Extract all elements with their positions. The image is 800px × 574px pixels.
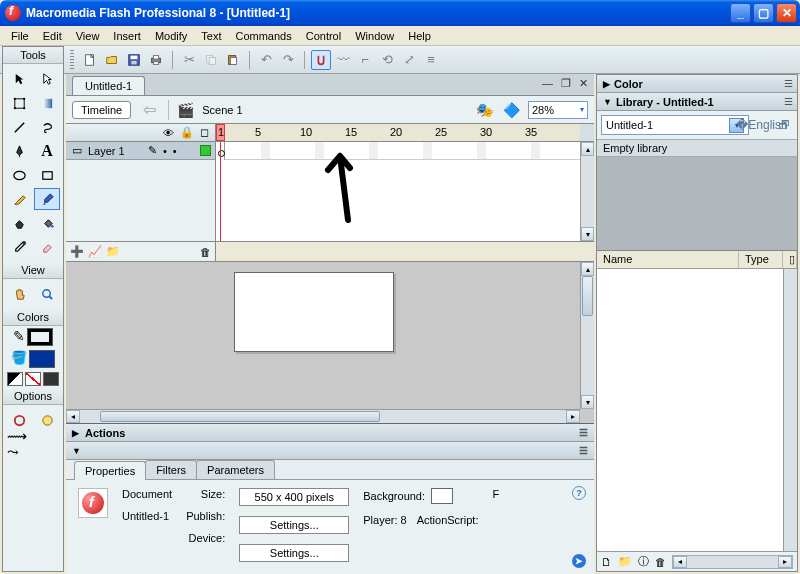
close-button[interactable]: ✕	[776, 3, 797, 23]
gradient-transform-tool[interactable]	[34, 92, 60, 114]
insert-folder-button[interactable]: 📁	[106, 245, 120, 258]
menu-view[interactable]: View	[69, 28, 107, 44]
tab-parameters[interactable]: Parameters	[196, 460, 275, 479]
size-button[interactable]: 550 x 400 pixels	[239, 488, 349, 506]
col-sort-icon[interactable]: ▯	[783, 251, 797, 268]
frames-area[interactable]	[216, 142, 594, 241]
edit-scene-button[interactable]: 🎭	[474, 102, 495, 118]
doc-minimize-icon[interactable]: —	[542, 77, 553, 90]
library-dropdown[interactable]: Untitled-1▾	[601, 115, 749, 135]
library-vscroll[interactable]	[783, 269, 797, 551]
menu-modify[interactable]: Modify	[148, 28, 194, 44]
color-panel-header[interactable]: ▶Color☰	[597, 75, 797, 93]
stroke-color[interactable]	[27, 328, 53, 346]
toolbar-gripper[interactable]	[70, 50, 74, 70]
help-icon[interactable]: ?	[572, 486, 586, 500]
menu-edit[interactable]: Edit	[36, 28, 69, 44]
brush-tool[interactable]	[34, 188, 60, 210]
insert-layer-button[interactable]: ➕	[70, 245, 84, 258]
snap-button[interactable]	[311, 50, 331, 70]
layer-name[interactable]: Layer 1	[88, 145, 125, 157]
menu-window[interactable]: Window	[348, 28, 401, 44]
scale-button[interactable]: ⤢	[399, 50, 419, 70]
swap-colors-button[interactable]	[43, 372, 59, 386]
ink-bottle-tool[interactable]	[6, 212, 32, 234]
edit-symbol-button[interactable]: 🔷	[501, 102, 522, 118]
new-folder-button[interactable]: 📁	[618, 555, 632, 568]
stage-vscroll[interactable]: ▴▾	[580, 262, 594, 409]
menu-file[interactable]: File	[4, 28, 36, 44]
publish-settings-button[interactable]: Settings...	[239, 516, 349, 534]
rectangle-tool[interactable]	[34, 164, 60, 186]
undo-button[interactable]: ↶	[256, 50, 276, 70]
library-list[interactable]	[597, 269, 797, 551]
fill-color[interactable]	[29, 350, 55, 368]
new-button[interactable]	[80, 50, 100, 70]
timeline-ruler[interactable]: 1 5 10 15 20 25 30 35	[216, 124, 594, 141]
pin-library-button[interactable]: �English	[753, 115, 771, 135]
oval-tool[interactable]	[6, 164, 32, 186]
stage-hscroll[interactable]: ◂▸	[66, 409, 580, 423]
subselection-tool[interactable]	[34, 68, 60, 90]
timeline-vscroll[interactable]: ▴▾	[580, 142, 594, 241]
actions-panel-header[interactable]: ▶Actions ☰	[66, 424, 594, 442]
text-tool[interactable]: A	[34, 140, 60, 162]
brush-lock-option[interactable]	[34, 409, 60, 431]
menu-insert[interactable]: Insert	[106, 28, 148, 44]
delete-button[interactable]: 🗑	[655, 556, 666, 568]
lasso-tool[interactable]	[34, 116, 60, 138]
menu-help[interactable]: Help	[401, 28, 438, 44]
stage-area[interactable]: ▴▾	[66, 262, 594, 409]
no-color-button[interactable]	[25, 372, 41, 386]
device-settings-button[interactable]: Settings...	[239, 544, 349, 562]
align-button[interactable]: ≡	[421, 50, 441, 70]
free-transform-tool[interactable]	[6, 92, 32, 114]
col-name[interactable]: Name	[597, 251, 739, 268]
menu-commands[interactable]: Commands	[228, 28, 298, 44]
insert-motion-guide-button[interactable]: 📈	[88, 245, 102, 258]
brush-size-option[interactable]: ⟿ ⤳	[6, 433, 32, 455]
zoom-dropdown[interactable]: 28%▾	[528, 101, 588, 119]
new-library-button[interactable]: 🗗	[775, 115, 793, 135]
pen-tool[interactable]	[6, 140, 32, 162]
menu-text[interactable]: Text	[194, 28, 228, 44]
background-swatch[interactable]	[431, 488, 453, 504]
copy-button[interactable]	[201, 50, 221, 70]
hand-tool[interactable]	[6, 283, 32, 305]
new-symbol-button[interactable]: 🗋	[601, 556, 612, 568]
layer-row[interactable]: ▭ Layer 1 ✎ ••	[66, 142, 215, 160]
timeline-button[interactable]: Timeline	[72, 101, 131, 119]
col-type[interactable]: Type	[739, 251, 783, 268]
doc-close-icon[interactable]: ✕	[579, 77, 588, 90]
document-tab[interactable]: Untitled-1	[72, 76, 145, 95]
outline-icon[interactable]: ◻	[200, 126, 209, 139]
properties-panel-header[interactable]: ▼ ☰	[66, 442, 594, 460]
line-tool[interactable]	[6, 116, 32, 138]
default-colors-button[interactable]	[7, 372, 23, 386]
paint-bucket-tool[interactable]	[34, 212, 60, 234]
cut-button[interactable]: ✂	[179, 50, 199, 70]
properties-button[interactable]: ⓘ	[638, 554, 649, 569]
layer-outline-swatch[interactable]	[200, 145, 211, 156]
maximize-button[interactable]: ▢	[753, 3, 774, 23]
library-panel-header[interactable]: ▼Library - Untitled-1☰	[597, 93, 797, 111]
menu-control[interactable]: Control	[299, 28, 348, 44]
minimize-button[interactable]: _	[730, 3, 751, 23]
save-button[interactable]	[124, 50, 144, 70]
rotate-button[interactable]: ⟲	[377, 50, 397, 70]
eyedropper-tool[interactable]	[6, 236, 32, 258]
selection-tool[interactable]	[6, 68, 32, 90]
smooth-button[interactable]: 〰	[333, 50, 353, 70]
zoom-tool[interactable]	[34, 283, 60, 305]
panel-menu-icon[interactable]: ☰	[579, 427, 588, 438]
show-hide-icon[interactable]: 👁	[163, 127, 174, 139]
open-button[interactable]	[102, 50, 122, 70]
panel-menu-icon[interactable]: ☰	[579, 445, 588, 456]
doc-restore-icon[interactable]: ❐	[561, 77, 571, 90]
back-button[interactable]: ⇦	[137, 100, 162, 119]
delete-layer-button[interactable]: 🗑	[200, 246, 211, 258]
advanced-toggle-icon[interactable]: ➤	[572, 554, 586, 568]
pencil-tool[interactable]	[6, 188, 32, 210]
lock-icon[interactable]: 🔒	[180, 126, 194, 139]
redo-button[interactable]: ↷	[278, 50, 298, 70]
